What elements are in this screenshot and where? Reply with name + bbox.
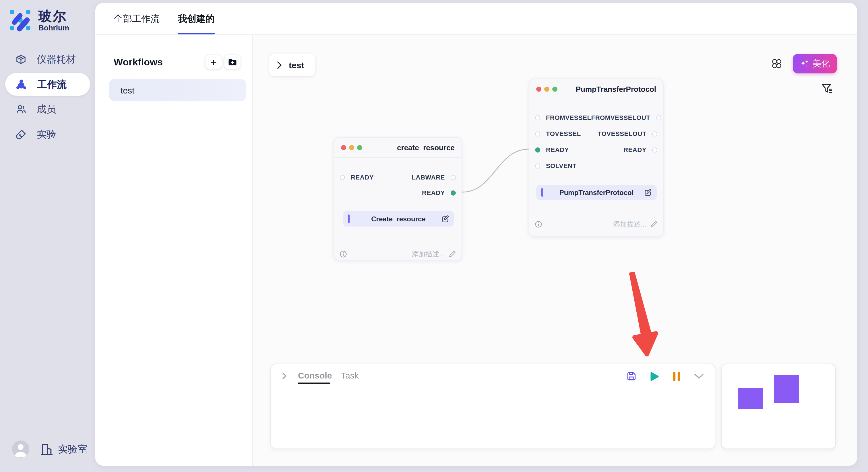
input-port-solvent[interactable] xyxy=(535,163,540,168)
members-icon xyxy=(16,103,26,114)
tab-all-workflows[interactable]: 全部工作流 xyxy=(114,3,160,35)
function-name: Create_resource xyxy=(343,215,454,223)
port-label: SOLVENT xyxy=(546,162,577,169)
port-label: TOVESSELOUT xyxy=(598,130,646,137)
sidebar-item-label: 成员 xyxy=(37,102,56,115)
sidebar-item-members[interactable]: 成员 xyxy=(5,98,90,121)
brand-name-en: Bohrium xyxy=(38,24,69,32)
description-placeholder[interactable]: 添加描述... xyxy=(412,249,445,259)
input-port-tovessel[interactable] xyxy=(535,131,540,136)
flow-canvas[interactable]: test 美化 xyxy=(253,35,857,466)
output-port-ready[interactable] xyxy=(652,147,657,152)
main-panel: 全部工作流 我创建的 Workflows + test xyxy=(95,3,857,466)
edit-description-button[interactable] xyxy=(449,250,456,258)
node-create-resource[interactable]: create_resource READY LABWARE READY xyxy=(334,137,462,260)
breadcrumb[interactable]: test xyxy=(269,54,315,76)
chevron-right-icon xyxy=(282,373,286,379)
workflow-list-panel: Workflows + test xyxy=(95,35,253,466)
edit-function-button[interactable] xyxy=(644,189,652,196)
edit-function-button[interactable] xyxy=(441,215,449,223)
person-icon xyxy=(12,440,29,458)
node-title: PumpTransferProtocol xyxy=(576,85,656,93)
node-header: PumpTransferProtocol xyxy=(529,79,663,99)
text-caret xyxy=(541,188,543,197)
bohrium-workflow-app: 玻尔 Bohrium 仪器耗材 工作流 xyxy=(0,0,868,472)
save-icon xyxy=(626,371,637,381)
minimap[interactable] xyxy=(721,364,836,449)
filter-funnel-icon xyxy=(821,84,832,94)
edit-square-icon xyxy=(644,189,652,196)
sidebar-item-workflows[interactable]: 工作流 xyxy=(5,73,90,96)
building-icon xyxy=(40,442,53,456)
traffic-dots xyxy=(341,145,362,150)
workflow-list-item-test[interactable]: test xyxy=(109,79,246,101)
run-button[interactable] xyxy=(650,371,659,381)
import-folder-button[interactable] xyxy=(224,55,241,69)
console-expand-toggle[interactable] xyxy=(694,373,704,379)
sidebar-item-experiments[interactable]: 实验 xyxy=(5,123,90,146)
beautify-button[interactable]: 美化 xyxy=(793,54,837,73)
pencil-icon xyxy=(449,250,456,258)
dot-green-icon xyxy=(357,145,362,150)
user-avatar[interactable] xyxy=(12,440,29,458)
minimap-node-pump-transfer xyxy=(774,375,799,403)
input-port-ready[interactable] xyxy=(535,147,540,152)
sparkles-icon xyxy=(800,59,809,68)
description-placeholder[interactable]: 添加描述... xyxy=(613,220,646,229)
dot-red-icon xyxy=(536,86,541,92)
node-info-button[interactable] xyxy=(535,221,542,228)
workflow-list-title: Workflows xyxy=(114,57,163,68)
pause-button[interactable] xyxy=(672,371,681,381)
output-port-labware[interactable] xyxy=(451,175,456,180)
port-label: LABWARE xyxy=(412,174,445,181)
input-port-ready[interactable] xyxy=(340,175,345,180)
edit-description-button[interactable] xyxy=(650,221,657,228)
chevron-right-icon xyxy=(277,61,282,69)
tab-console[interactable]: Console xyxy=(298,370,332,380)
output-port-tovesselout[interactable] xyxy=(652,131,657,136)
traffic-dots xyxy=(536,86,557,92)
sidebar-item-label: 工作流 xyxy=(37,78,67,91)
port-label: FROMVESSEL xyxy=(546,114,591,121)
add-workflow-button[interactable]: + xyxy=(205,55,222,69)
sidebar-item-instruments[interactable]: 仪器耗材 xyxy=(5,47,90,71)
node-function-pill[interactable]: PumpTransferProtocol xyxy=(536,185,657,200)
output-port-fromvesselout[interactable] xyxy=(656,115,661,120)
console-tab-underline xyxy=(298,382,330,384)
components-button[interactable] xyxy=(769,56,784,71)
console-collapse-button[interactable] xyxy=(282,373,286,379)
lab-label: 实验室 xyxy=(58,442,87,456)
node-title: create_resource xyxy=(397,143,455,152)
sidebar: 玻尔 Bohrium 仪器耗材 工作流 xyxy=(0,0,95,472)
dot-red-icon xyxy=(341,145,346,150)
filter-button[interactable] xyxy=(818,81,835,97)
dot-green-icon xyxy=(552,86,557,92)
workflow-tabs: 全部工作流 我创建的 xyxy=(95,3,857,35)
output-port-ready[interactable] xyxy=(451,190,456,195)
play-icon xyxy=(650,371,659,381)
breadcrumb-label: test xyxy=(289,60,304,70)
node-function-pill[interactable]: Create_resource xyxy=(343,211,454,227)
sidebar-item-label: 仪器耗材 xyxy=(37,53,76,66)
sidebar-item-label: 实验 xyxy=(37,128,56,141)
node-pump-transfer-protocol[interactable]: PumpTransferProtocol FROMVESSEL FROMVESS… xyxy=(529,78,663,237)
input-port-fromvessel[interactable] xyxy=(535,115,540,120)
beautify-label: 美化 xyxy=(813,58,830,69)
save-button[interactable] xyxy=(626,371,637,381)
text-caret xyxy=(348,214,349,223)
node-info-button[interactable] xyxy=(340,250,347,258)
brand-logo: 玻尔 Bohrium xyxy=(9,9,69,32)
port-label: READY xyxy=(422,189,445,196)
tab-task[interactable]: Task xyxy=(341,370,359,380)
edge-ready-connection xyxy=(462,149,529,192)
box-icon xyxy=(16,54,26,65)
experiment-icon xyxy=(16,129,26,140)
dot-yellow-icon xyxy=(349,145,354,150)
lab-switcher[interactable]: 实验室 xyxy=(40,442,87,456)
info-icon xyxy=(340,250,347,258)
port-label: TOVESSEL xyxy=(546,130,581,137)
tab-created-by-me[interactable]: 我创建的 xyxy=(178,3,215,35)
bohrium-logo-icon xyxy=(9,9,32,32)
brand-name-cn: 玻尔 xyxy=(38,9,69,24)
dot-yellow-icon xyxy=(544,86,549,92)
